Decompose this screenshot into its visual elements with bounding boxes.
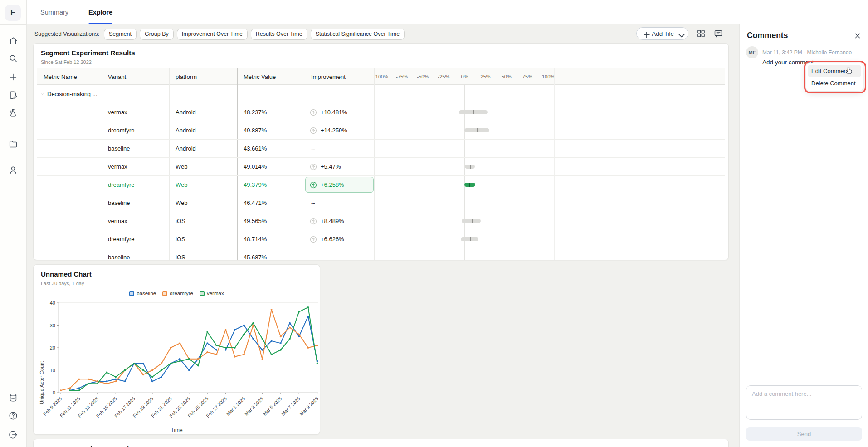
- left-rail: F: [0, 0, 27, 447]
- person-icon[interactable]: [8, 165, 18, 175]
- suggestion-pill-statistical-significance-over-time[interactable]: Statistical Significance Over Time: [311, 29, 405, 40]
- menu-item-delete-comment[interactable]: Delete Comment: [808, 77, 861, 89]
- series-baseline: [70, 316, 317, 390]
- chart-card-title[interactable]: Unnamed Chart: [41, 270, 92, 278]
- cell-improvement: +10.481%: [321, 103, 347, 121]
- axis-tick-label: -100%: [374, 68, 388, 85]
- home-icon[interactable]: [8, 36, 18, 46]
- table-row[interactable]: dreamfyreAndroid49.887%+14.259%: [37, 121, 725, 140]
- chevron-down-icon[interactable]: [39, 91, 45, 97]
- rail-divider: [6, 126, 21, 126]
- confidence-interval-tick: [473, 110, 474, 114]
- chart-legend: baselinedreamfyrevermax: [34, 291, 320, 296]
- legend-item-dreamfyre[interactable]: dreamfyre: [162, 291, 193, 296]
- column-header-improvement: Improvement: [311, 68, 346, 85]
- comment-bubble-icon[interactable]: [714, 29, 723, 38]
- cell-improvement: --: [311, 194, 315, 212]
- axis-tick-label: -75%: [396, 68, 408, 85]
- cell-metric-value: 48.714%: [244, 230, 267, 248]
- confidence-interval-tick: [470, 237, 471, 241]
- cell-improvement: +6.258%: [321, 176, 344, 194]
- menu-item-edit-comment[interactable]: Edit Comment: [808, 65, 861, 77]
- table-row[interactable]: baselineWeb46.471%--: [37, 194, 725, 212]
- metric-group-row[interactable]: Decision-making ...: [37, 85, 725, 103]
- close-icon[interactable]: [854, 32, 861, 39]
- comment-meta: Mar 11, 3:42 PM · Michelle Fernando: [762, 49, 852, 56]
- axis-tick-label: 50%: [502, 68, 512, 85]
- chevron-down-icon: [677, 31, 683, 36]
- second-results-card-title[interactable]: Segment Experiment Results: [41, 445, 135, 447]
- cell-platform: Web: [176, 176, 188, 194]
- cell-metric-value: 48.237%: [244, 103, 267, 121]
- main-content: Suggested Visualizations: SegmentGroup B…: [27, 24, 739, 447]
- cell-platform: Android: [176, 140, 196, 158]
- cell-variant: baseline: [108, 140, 130, 158]
- rail-divider: [6, 158, 21, 158]
- send-button[interactable]: Send: [746, 427, 862, 441]
- cell-metric-value: 43.661%: [244, 140, 267, 158]
- table-row[interactable]: vermaxiOS49.565%+8.489%: [37, 212, 725, 230]
- results-table: Metric NameVariantplatformMetric ValueIm…: [37, 68, 725, 260]
- cell-improvement: +5.47%: [321, 158, 341, 176]
- app-logo[interactable]: F: [5, 5, 21, 21]
- chart-card-subtitle: Last 30 days, 1 day: [41, 281, 84, 286]
- comment-input[interactable]: [746, 385, 862, 420]
- second-results-card: Segment Experiment Results: [33, 439, 729, 447]
- table-row[interactable]: vermaxAndroid48.237%+10.481%: [37, 103, 725, 121]
- cell-metric-value: 45.687%: [244, 248, 267, 260]
- confidence-interval-tick: [477, 128, 478, 132]
- chart-x-axis-label: Time: [34, 427, 320, 433]
- table-row[interactable]: baselineAndroid43.661%--: [37, 140, 725, 158]
- cell-platform: iOS: [176, 212, 185, 230]
- cell-variant: dreamfyre: [108, 176, 135, 194]
- series-vermax: [70, 307, 317, 390]
- legend-swatch: [162, 291, 167, 296]
- tab-summary[interactable]: Summary: [40, 0, 68, 24]
- flask-icon[interactable]: [8, 108, 18, 118]
- cell-metric-value: 49.565%: [244, 212, 267, 230]
- folder-icon[interactable]: [8, 139, 18, 149]
- arrow-up-circle-icon: [309, 163, 317, 171]
- suggestion-pill-improvement-over-time[interactable]: Improvement Over Time: [177, 29, 248, 40]
- chart-y-axis-label: Unique Actor Count: [39, 361, 44, 404]
- search-icon[interactable]: [8, 53, 18, 63]
- suggestion-pill-results-over-time[interactable]: Results Over Time: [251, 29, 307, 40]
- avatar: MF: [746, 46, 758, 58]
- svg-text:40: 40: [50, 300, 55, 306]
- axis-tick-label: -25%: [438, 68, 450, 85]
- svg-text:Mar 9 2025: Mar 9 2025: [298, 396, 319, 417]
- cell-variant: vermax: [108, 212, 127, 230]
- series-dreamfyre: [61, 310, 317, 390]
- cell-platform: Web: [176, 158, 188, 176]
- column-header-variant: Variant: [108, 68, 126, 85]
- composer-divider: [740, 379, 868, 379]
- suggested-visualizations-bar: Suggested Visualizations: SegmentGroup B…: [34, 28, 405, 40]
- suggested-visualizations-label: Suggested Visualizations:: [34, 31, 99, 37]
- cell-variant: dreamfyre: [108, 121, 135, 140]
- svg-text:Mar 1 2025: Mar 1 2025: [225, 396, 246, 417]
- logout-icon[interactable]: [8, 430, 18, 440]
- database-icon[interactable]: [8, 393, 18, 403]
- grid-icon[interactable]: [697, 29, 706, 38]
- results-card-title[interactable]: Segment Experiment Results: [41, 49, 135, 57]
- legend-item-baseline[interactable]: baseline: [129, 291, 156, 296]
- cell-improvement: --: [311, 248, 315, 260]
- legend-item-vermax[interactable]: vermax: [200, 291, 224, 296]
- cell-metric-value: 49.014%: [244, 158, 267, 176]
- table-row[interactable]: vermaxWeb49.014%+5.47%: [37, 158, 725, 176]
- results-card-subtitle: Since Sat Feb 12 2022: [41, 59, 92, 65]
- plus-icon[interactable]: [8, 72, 18, 82]
- table-row[interactable]: dreamfyreiOS48.714%+6.626%: [37, 230, 725, 248]
- add-tile-button[interactable]: Add Tile: [636, 27, 688, 40]
- tile-controls: Add Tile: [636, 27, 723, 40]
- help-icon[interactable]: [8, 411, 18, 421]
- compose-icon[interactable]: [8, 90, 18, 100]
- tab-explore[interactable]: Explore: [88, 0, 112, 24]
- cell-platform: Android: [176, 121, 196, 140]
- confidence-interval-tick: [470, 165, 471, 169]
- cell-platform: iOS: [176, 230, 185, 248]
- suggestion-pill-group-by[interactable]: Group By: [140, 29, 174, 40]
- suggestion-pill-segment[interactable]: Segment: [104, 29, 137, 40]
- table-row[interactable]: baselineiOS45.687%--: [37, 248, 725, 260]
- table-row[interactable]: dreamfyreWeb49.379%+6.258%: [37, 176, 725, 194]
